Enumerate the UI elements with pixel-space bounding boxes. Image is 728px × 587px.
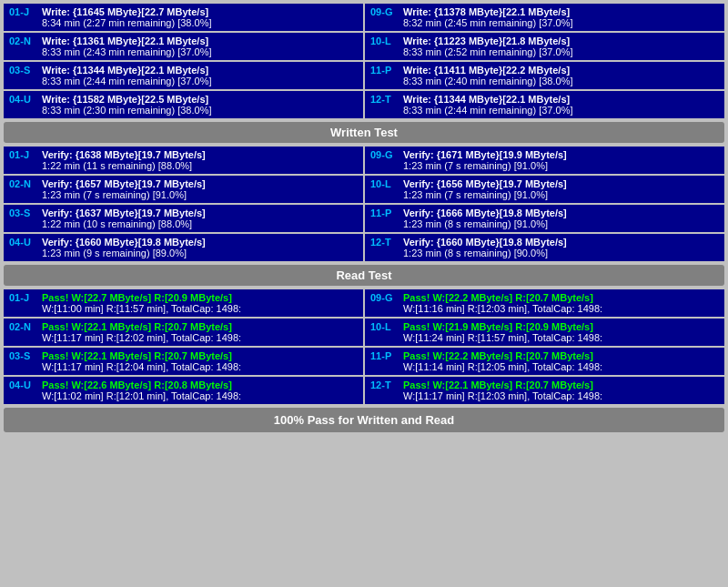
- card-11-P-right: 11-P Write: {11411 MByte}[22.2 MByte/s] …: [365, 62, 724, 89]
- read-test-divider: Read Test: [4, 265, 724, 286]
- card-09-G-right: 09-G Pass! W:[22.2 MByte/s] R:[20.7 MByt…: [365, 289, 724, 317]
- card-id: 03-S: [9, 65, 38, 76]
- card-sub-text: 1:23 min (7 s remaining) [91.0%]: [403, 160, 719, 171]
- card-detail: W:[11:02 min] R:[12:01 min], TotalCap: 1…: [42, 390, 358, 401]
- card-12-T-right: 12-T Pass! W:[22.1 MByte/s] R:[20.7 MByt…: [365, 377, 724, 404]
- card-main-text: Verify: {1657 MByte}[19.7 MByte/s]: [42, 178, 206, 189]
- card-detail: W:[11:17 min] R:[12:02 min], TotalCap: 1…: [42, 332, 358, 343]
- card-main-text: Write: {11645 MByte}[22.7 MByte/s]: [42, 6, 208, 17]
- card-04-U-left: 04-U Pass! W:[22.6 MByte/s] R:[20.8 MByt…: [4, 377, 363, 404]
- card-id: 03-S: [9, 350, 38, 361]
- card-id: 02-N: [9, 35, 38, 46]
- card-04-U-left: 04-U Write: {11582 MByte}[22.5 MByte/s] …: [4, 91, 363, 118]
- card-row: 12-T Verify: {1660 MByte}[19.8 MByte/s]: [370, 237, 719, 248]
- card-02-N-left: 02-N Verify: {1657 MByte}[19.7 MByte/s] …: [4, 176, 363, 203]
- card-row: 12-T Pass! W:[22.1 MByte/s] R:[20.7 MByt…: [370, 380, 719, 390]
- card-main-text: Verify: {1638 MByte}[19.7 MByte/s]: [42, 149, 206, 160]
- card-pass-text: Pass! W:[22.7 MByte/s] R:[20.9 MByte/s]: [42, 292, 232, 303]
- card-detail: W:[11:00 min] R:[11:57 min], TotalCap: 1…: [42, 303, 358, 314]
- card-11-P-right: 11-P Pass! W:[22.2 MByte/s] R:[20.7 MByt…: [365, 348, 724, 375]
- card-main-text: Write: {11344 MByte}[22.1 MByte/s]: [403, 94, 570, 105]
- card-sub-text: 1:23 min (8 s remaining) [90.0%]: [403, 248, 719, 258]
- card-10-L-right: 10-L Pass! W:[21.9 MByte/s] R:[20.9 MByt…: [365, 319, 724, 346]
- card-sub-text: 8:33 min (2:52 min remaining) [37.0%]: [403, 46, 719, 57]
- card-row: 02-N Write: {11361 MByte}[22.1 MByte/s]: [9, 35, 358, 46]
- card-main-text: Verify: {1666 MByte}[19.8 MByte/s]: [403, 207, 567, 218]
- card-pass-text: Pass! W:[22.6 MByte/s] R:[20.8 MByte/s]: [42, 380, 232, 390]
- card-row: 02-N Pass! W:[22.1 MByte/s] R:[20.7 MByt…: [9, 321, 358, 332]
- card-sub-text: 8:34 min (2:27 min remaining) [38.0%]: [42, 17, 358, 28]
- card-id: 01-J: [9, 292, 38, 303]
- card-03-S-left: 03-S Verify: {1637 MByte}[19.7 MByte/s] …: [4, 205, 363, 232]
- card-row: 03-S Verify: {1637 MByte}[19.7 MByte/s]: [9, 207, 358, 218]
- card-main-text: Verify: {1671 MByte}[19.9 MByte/s]: [403, 149, 567, 160]
- card-id: 04-U: [9, 94, 38, 105]
- card-detail: W:[11:24 min] R:[11:57 min], TotalCap: 1…: [403, 332, 719, 343]
- verify-grid: 01-J Verify: {1638 MByte}[19.7 MByte/s] …: [4, 147, 724, 261]
- card-id: 11-P: [370, 207, 399, 218]
- card-row: 03-S Write: {11344 MByte}[22.1 MByte/s]: [9, 65, 358, 76]
- card-sub-text: 8:32 min (2:45 min remaining) [37.0%]: [403, 17, 719, 28]
- card-id: 10-L: [370, 178, 399, 189]
- card-id: 02-N: [9, 178, 38, 189]
- card-id: 09-G: [370, 149, 399, 160]
- card-sub-text: 1:23 min (7 s remaining) [91.0%]: [403, 189, 719, 200]
- card-row: 02-N Verify: {1657 MByte}[19.7 MByte/s]: [9, 178, 358, 189]
- card-pass-text: Pass! W:[22.2 MByte/s] R:[20.7 MByte/s]: [403, 350, 593, 361]
- card-sub-text: 8:33 min (2:44 min remaining) [37.0%]: [42, 76, 358, 86]
- card-03-S-left: 03-S Pass! W:[22.1 MByte/s] R:[20.7 MByt…: [4, 348, 363, 375]
- card-detail: W:[11:14 min] R:[12:05 min], TotalCap: 1…: [403, 361, 719, 372]
- read-grid: 01-J Pass! W:[22.7 MByte/s] R:[20.9 MByt…: [4, 289, 724, 404]
- card-id: 10-L: [370, 35, 399, 46]
- pass-banner: 100% Pass for Written and Read: [4, 408, 724, 432]
- card-row: 04-U Write: {11582 MByte}[22.5 MByte/s]: [9, 94, 358, 105]
- card-01-J-left: 01-J Verify: {1638 MByte}[19.7 MByte/s] …: [4, 147, 363, 174]
- read-section: 01-J Pass! W:[22.7 MByte/s] R:[20.9 MByt…: [4, 289, 724, 404]
- card-row: 11-P Pass! W:[22.2 MByte/s] R:[20.7 MByt…: [370, 350, 719, 361]
- card-10-L-right: 10-L Write: {11223 MByte}[21.8 MByte/s] …: [365, 33, 724, 60]
- card-id: 09-G: [370, 6, 399, 17]
- card-main-text: Write: {11344 MByte}[22.1 MByte/s]: [42, 65, 208, 76]
- card-detail: W:[11:17 min] R:[12:03 min], TotalCap: 1…: [403, 390, 719, 401]
- card-row: 04-U Pass! W:[22.6 MByte/s] R:[20.8 MByt…: [9, 380, 358, 390]
- card-row: 11-P Write: {11411 MByte}[22.2 MByte/s]: [370, 65, 719, 76]
- card-main-text: Verify: {1656 MByte}[19.7 MByte/s]: [403, 178, 567, 189]
- card-row: 12-T Write: {11344 MByte}[22.1 MByte/s]: [370, 94, 719, 105]
- verify-section: 01-J Verify: {1638 MByte}[19.7 MByte/s] …: [4, 147, 724, 261]
- card-sub-text: 8:33 min (2:44 min remaining) [37.0%]: [403, 105, 719, 116]
- card-sub-text: 1:23 min (9 s remaining) [89.0%]: [42, 248, 358, 258]
- card-sub-text: 1:23 min (8 s remaining) [91.0%]: [403, 218, 719, 229]
- card-row: 01-J Write: {11645 MByte}[22.7 MByte/s]: [9, 6, 358, 17]
- card-02-N-left: 02-N Pass! W:[22.1 MByte/s] R:[20.7 MByt…: [4, 319, 363, 346]
- card-row: 04-U Verify: {1660 MByte}[19.8 MByte/s]: [9, 237, 358, 248]
- card-pass-text: Pass! W:[22.2 MByte/s] R:[20.7 MByte/s]: [403, 292, 593, 303]
- card-pass-text: Pass! W:[22.1 MByte/s] R:[20.7 MByte/s]: [42, 321, 232, 332]
- card-sub-text: 1:23 min (7 s remaining) [91.0%]: [42, 189, 358, 200]
- card-row: 01-J Pass! W:[22.7 MByte/s] R:[20.9 MByt…: [9, 292, 358, 303]
- card-sub-text: 8:33 min (2:30 min remaining) [38.0%]: [42, 105, 358, 116]
- card-detail: W:[11:17 min] R:[12:04 min], TotalCap: 1…: [42, 361, 358, 372]
- card-id: 12-T: [370, 237, 399, 248]
- card-pass-text: Pass! W:[22.1 MByte/s] R:[20.7 MByte/s]: [403, 380, 593, 390]
- card-09-G-right: 09-G Write: {11378 MByte}[22.1 MByte/s] …: [365, 4, 724, 31]
- card-id: 01-J: [9, 6, 38, 17]
- card-sub-text: 8:33 min (2:43 min remaining) [37.0%]: [42, 46, 358, 57]
- card-id: 12-T: [370, 380, 399, 390]
- card-row: 09-G Pass! W:[22.2 MByte/s] R:[20.7 MByt…: [370, 292, 719, 303]
- card-row: 09-G Verify: {1671 MByte}[19.9 MByte/s]: [370, 149, 719, 160]
- card-row: 10-L Write: {11223 MByte}[21.8 MByte/s]: [370, 35, 719, 46]
- card-pass-text: Pass! W:[21.9 MByte/s] R:[20.9 MByte/s]: [403, 321, 593, 332]
- card-main-text: Write: {11582 MByte}[22.5 MByte/s]: [42, 94, 208, 105]
- write-section: 01-J Write: {11645 MByte}[22.7 MByte/s] …: [4, 4, 724, 118]
- card-id: 03-S: [9, 207, 38, 218]
- card-pass-text: Pass! W:[22.1 MByte/s] R:[20.7 MByte/s]: [42, 350, 232, 361]
- card-id: 01-J: [9, 149, 38, 160]
- card-10-L-right: 10-L Verify: {1656 MByte}[19.7 MByte/s] …: [365, 176, 724, 203]
- card-04-U-left: 04-U Verify: {1660 MByte}[19.8 MByte/s] …: [4, 234, 363, 261]
- card-sub-text: 1:22 min (11 s remaining) [88.0%]: [42, 160, 358, 171]
- card-main-text: Verify: {1637 MByte}[19.7 MByte/s]: [42, 207, 206, 218]
- card-09-G-right: 09-G Verify: {1671 MByte}[19.9 MByte/s] …: [365, 147, 724, 174]
- written-test-divider: Written Test: [4, 122, 724, 143]
- card-sub-text: 8:33 min (2:40 min remaining) [38.0%]: [403, 76, 719, 86]
- card-12-T-right: 12-T Verify: {1660 MByte}[19.8 MByte/s] …: [365, 234, 724, 261]
